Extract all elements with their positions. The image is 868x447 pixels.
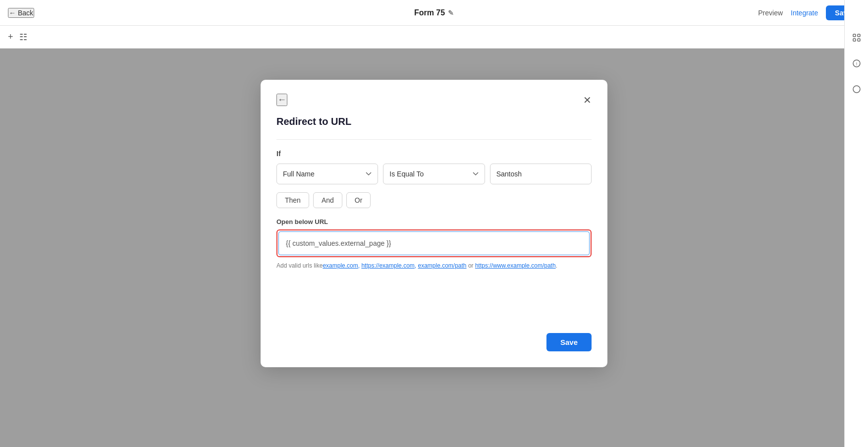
condition-value-input[interactable] [490,164,592,184]
modal-footer: Save [276,321,592,351]
modal-header: ← ✕ [276,94,592,106]
divider [276,139,592,140]
or-button[interactable]: Or [346,192,371,208]
modal-back-button[interactable]: ← [276,94,287,106]
hint-link-1[interactable]: example.com, [323,262,360,269]
url-hint: Add valid urls likeexample.com, https://… [276,262,592,269]
logic-buttons-group: Then And Or [276,192,592,208]
if-label: If [276,150,592,158]
modal-back-arrow-icon: ← [277,95,286,105]
save-modal-button[interactable]: Save [546,333,592,351]
url-input-wrapper [276,229,592,257]
condition-field-select[interactable]: Full Name [276,164,378,184]
url-input[interactable] [278,231,590,255]
hint-link-2[interactable]: https://example.com, [361,262,416,269]
modal-close-button[interactable]: ✕ [583,94,592,106]
modal-title: Redirect to URL [276,116,592,127]
hint-link-4[interactable]: https://www.example.com/path [475,262,556,269]
and-button[interactable]: And [313,192,342,208]
url-section-label: Open below URL [276,218,592,225]
close-icon: ✕ [583,94,592,106]
condition-row: Full Name Is Equal To [276,164,592,184]
condition-operator-select[interactable]: Is Equal To [383,164,485,184]
redirect-url-modal: ← ✕ Redirect to URL If Full Name Is Equa… [261,80,607,367]
modal-overlay: ← ✕ Redirect to URL If Full Name Is Equa… [0,0,868,447]
then-button[interactable]: Then [276,192,309,208]
hint-link-3[interactable]: example.com/path [418,262,466,269]
